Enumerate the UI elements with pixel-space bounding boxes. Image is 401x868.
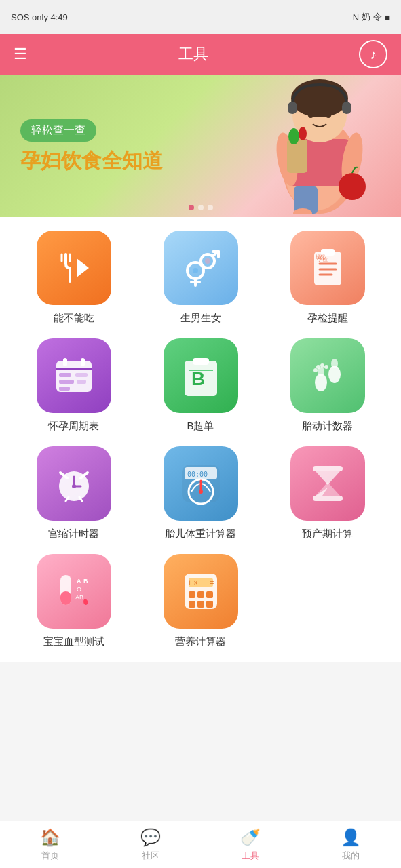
tool-item-due-date[interactable]: 预产期计算	[267, 446, 387, 540]
dot-2	[198, 205, 204, 210]
svg-rect-70	[313, 466, 343, 471]
svg-point-54	[313, 368, 318, 372]
nav-item-mine[interactable]: 👤我的	[341, 828, 361, 862]
status-icons: N 奶 令 ■	[353, 11, 390, 23]
svg-rect-71	[313, 496, 343, 501]
tool-label-prenatal-reminder: 孕检提醒	[307, 312, 348, 325]
dot-1	[189, 205, 194, 210]
tool-item-fetal-weight[interactable]: 00:00 胎儿体重计算器	[140, 446, 261, 540]
tool-item-contraction-timer[interactable]: 宫缩计时器	[14, 446, 134, 540]
tools-section: 能不能吃 生男生女 孕检 提醒 孕检提醒	[0, 217, 401, 662]
svg-rect-40	[81, 358, 85, 366]
svg-rect-41	[59, 373, 71, 377]
header: ☰ 工具 ♪	[0, 34, 401, 75]
svg-point-57	[324, 365, 328, 369]
tool-label-fetal-weight: 胎儿体重计算器	[165, 528, 236, 540]
tool-item-prenatal-reminder[interactable]: 孕检 提醒 孕检提醒	[267, 231, 387, 325]
svg-text:A: A	[77, 578, 81, 585]
tool-item-boy-girl[interactable]: 生男生女	[140, 231, 261, 325]
nav-icon-tools: 🍼	[240, 828, 261, 847]
svg-rect-81	[197, 591, 204, 598]
banner-image	[211, 75, 401, 217]
music-button[interactable]: ♪	[359, 40, 387, 68]
svg-rect-47	[193, 358, 209, 365]
svg-point-69	[199, 490, 203, 494]
nav-icon-community: 💬	[140, 828, 161, 847]
nfc-icon: N	[353, 12, 359, 22]
tool-icon-boy-girl	[164, 231, 238, 305]
tools-grid: 能不能吃 生男生女 孕检 提醒 孕检提醒	[7, 231, 394, 648]
tool-label-fetal-counter: 胎动计数器	[302, 420, 353, 433]
tool-item-can-eat[interactable]: 能不能吃	[14, 231, 134, 325]
svg-text:提醒: 提醒	[316, 254, 325, 260]
svg-rect-43	[59, 387, 70, 391]
svg-text:− =: − =	[204, 579, 214, 587]
svg-rect-39	[63, 358, 67, 366]
tool-icon-nutrition-calc: + × − =	[164, 554, 238, 629]
tool-item-fetal-counter[interactable]: 胎动计数器	[267, 338, 387, 433]
svg-point-53	[331, 359, 338, 368]
svg-point-7	[308, 113, 313, 118]
tool-icon-can-eat	[37, 231, 111, 305]
svg-point-11	[339, 173, 366, 200]
svg-rect-10	[342, 102, 351, 114]
tool-label-blood-type: 宝宝血型测试	[43, 635, 104, 648]
svg-rect-84	[197, 601, 204, 608]
svg-point-55	[316, 365, 320, 369]
tool-icon-fetal-weight: 00:00	[164, 446, 238, 521]
svg-rect-85	[206, 601, 213, 608]
nav-item-tools[interactable]: 🍼工具	[240, 828, 261, 862]
status-bar: SOS only 4:49 N 奶 令 ■	[0, 0, 401, 34]
svg-rect-83	[189, 601, 195, 608]
svg-text:00:00: 00:00	[187, 471, 208, 478]
tool-label-nutrition-calc: 营养计算器	[175, 635, 226, 648]
banner-tag: 轻松查一查	[20, 119, 96, 142]
nav-icon-mine: 👤	[341, 828, 361, 847]
svg-point-61	[72, 484, 76, 488]
svg-text:B: B	[83, 578, 88, 585]
menu-button[interactable]: ☰	[14, 45, 27, 63]
nav-label-mine: 我的	[342, 850, 360, 862]
tool-label-due-date: 预产期计算	[302, 528, 353, 540]
svg-point-13	[288, 128, 299, 144]
svg-point-14	[299, 127, 307, 140]
banner-text: 轻松查一查 孕妇饮食全知道	[0, 106, 176, 186]
svg-point-56	[320, 363, 324, 368]
svg-text:O: O	[77, 586, 81, 593]
svg-rect-80	[189, 591, 195, 598]
tool-label-b-ultrasound: B超单	[187, 420, 214, 433]
battery-icon: ■	[385, 12, 390, 22]
pregnant-woman-illustration	[238, 78, 374, 214]
music-icon: ♪	[370, 47, 377, 62]
nav-icon-home: 🏠	[40, 828, 60, 847]
tool-item-b-ultrasound[interactable]: B B超单	[140, 338, 261, 433]
signal-icon: 奶	[362, 11, 370, 23]
nav-label-home: 首页	[41, 850, 59, 862]
banner-dots	[189, 205, 213, 210]
svg-rect-73	[60, 591, 71, 605]
tool-label-boy-girl: 生男生女	[180, 312, 221, 325]
svg-point-8	[326, 113, 331, 118]
nav-item-community[interactable]: 💬社区	[140, 828, 161, 862]
banner[interactable]: 轻松查一查 孕妇饮食全知道	[0, 75, 401, 217]
tool-icon-fetal-counter	[290, 338, 365, 413]
bottom-nav: 🏠首页💬社区🍼工具👤我的	[0, 821, 401, 868]
status-time: SOS only 4:49	[11, 12, 68, 22]
tool-item-pregnancy-week[interactable]: 怀孕周期表	[14, 338, 134, 433]
svg-rect-9	[288, 102, 297, 114]
tool-item-blood-type[interactable]: AB O AB 宝宝血型测试	[14, 554, 134, 648]
svg-marker-20	[77, 258, 89, 277]
banner-title: 孕妇饮食全知道	[20, 149, 163, 173]
page-title: 工具	[178, 44, 208, 64]
dot-3	[208, 205, 213, 210]
tool-label-can-eat: 能不能吃	[54, 312, 94, 325]
wifi-icon: 令	[373, 11, 382, 23]
tool-icon-due-date	[290, 446, 365, 521]
tool-item-nutrition-calc[interactable]: + × − = 营养计算器	[140, 554, 261, 648]
svg-text:+ ×: + ×	[187, 579, 197, 587]
svg-rect-82	[206, 591, 213, 598]
tool-icon-contraction-timer	[37, 446, 111, 521]
nav-item-home[interactable]: 🏠首页	[40, 828, 60, 862]
nav-label-community: 社区	[142, 850, 159, 862]
tool-label-pregnancy-week: 怀孕周期表	[48, 420, 99, 433]
